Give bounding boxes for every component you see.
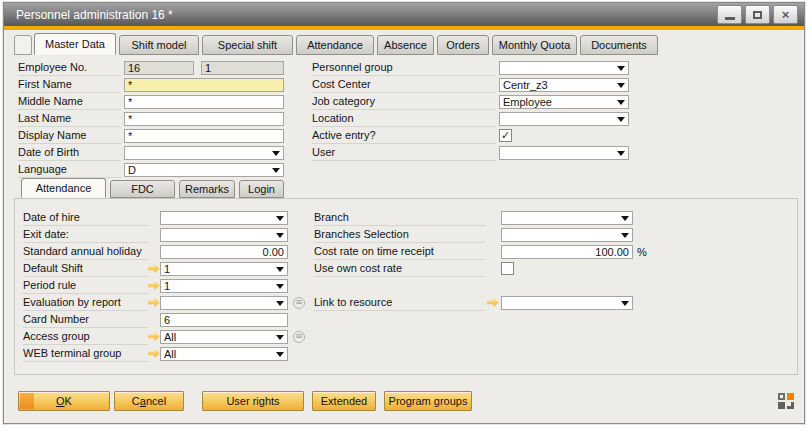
user-rights-button[interactable]: User rights [202, 391, 304, 411]
dropdown-caret-icon[interactable] [276, 352, 284, 357]
dropdown-caret-icon[interactable] [276, 233, 284, 238]
maximize-button[interactable] [745, 5, 770, 24]
cost-center-combo[interactable]: Centr_z3 [499, 78, 629, 92]
personnel-group-combo[interactable] [499, 61, 629, 75]
tab-absence[interactable]: Absence [377, 35, 434, 55]
field-label: Last Name [18, 111, 121, 127]
web-terminal-group-combo[interactable]: All [160, 347, 288, 361]
dropdown-caret-icon[interactable] [617, 117, 625, 122]
link-arrow-icon[interactable] [148, 349, 160, 359]
dropdown-caret-icon[interactable] [276, 267, 284, 272]
subtab-remarks[interactable]: Remarks [179, 180, 235, 198]
link-arrow-icon[interactable] [148, 264, 160, 274]
subtab-fdc[interactable]: FDC [110, 180, 175, 198]
exit-date-combo[interactable] [160, 228, 288, 242]
language-combo[interactable]: D [124, 163, 284, 177]
tab-special-shift[interactable]: Special shift [202, 35, 293, 55]
dropdown-caret-icon[interactable] [272, 168, 280, 173]
dropdown-caret-icon[interactable] [276, 301, 284, 306]
field-label: Job category [312, 94, 496, 110]
button-label: User rights [226, 395, 279, 407]
dropdown-caret-icon[interactable] [617, 100, 625, 105]
link-arrow-icon[interactable] [148, 281, 160, 291]
form-row: Display Name * [18, 127, 298, 144]
dropdown-caret-icon[interactable] [621, 301, 629, 306]
branch-combo[interactable] [501, 211, 633, 225]
tab-orders[interactable]: Orders [437, 35, 489, 55]
field-label: Period rule [23, 278, 148, 294]
attendance-right-column: Branch Branches Selection Cost rate on t… [314, 209, 674, 311]
program-groups-button[interactable]: Program groups [384, 391, 472, 411]
arrow-slot [148, 281, 160, 291]
link-arrow-icon[interactable] [487, 298, 499, 308]
tab-attendance[interactable]: Attendance [296, 35, 374, 55]
cancel-button[interactable]: Cancel [114, 391, 184, 411]
selection-list-icon[interactable]: ≡ [293, 331, 305, 343]
subtab-attendance[interactable]: Attendance [21, 178, 106, 198]
tab-label: Absence [384, 39, 427, 51]
access-group-combo[interactable]: All [160, 330, 288, 344]
dropdown-caret-icon[interactable] [621, 216, 629, 221]
resize-grip-icon[interactable] [778, 393, 794, 409]
link-arrow-icon[interactable] [148, 332, 160, 342]
form-row: Exit date: [23, 226, 313, 243]
field-label: Cost Center [312, 77, 496, 93]
title-bar[interactable]: Personnel administration 16 * × [4, 3, 804, 26]
tab-master-data[interactable]: Master Data [34, 33, 116, 55]
field-label: Middle Name [18, 94, 121, 110]
form-row: Active entry? ✓ [312, 127, 642, 144]
tab-monthly-quota[interactable]: Monthly Quota [492, 35, 577, 55]
link-to-resource-combo[interactable] [501, 296, 633, 310]
form-row: Use own cost rate [314, 260, 674, 277]
dropdown-caret-icon[interactable] [276, 335, 284, 340]
dropdown-caret-icon[interactable] [272, 151, 280, 156]
tab-documents[interactable]: Documents [580, 35, 658, 55]
dropdown-caret-icon[interactable] [617, 151, 625, 156]
dropdown-caret-icon[interactable] [617, 83, 625, 88]
cost-rate-input[interactable]: 100.00 [501, 245, 633, 259]
date-of-birth-combo[interactable] [124, 146, 284, 160]
ok-button[interactable]: OK [18, 391, 110, 411]
window-title: Personnel administration 16 * [16, 8, 714, 22]
form-row: Access group All ≡ [23, 328, 313, 345]
use-own-cost-rate-checkbox[interactable] [501, 262, 514, 275]
active-entry-checkbox[interactable]: ✓ [499, 129, 512, 142]
link-arrow-icon[interactable] [148, 298, 160, 308]
extended-button[interactable]: Extended [312, 391, 376, 411]
default-shift-combo[interactable]: 1 [160, 262, 288, 276]
close-button[interactable]: × [773, 5, 798, 24]
field-label: Standard annual holiday [23, 244, 148, 260]
dropdown-caret-icon[interactable] [276, 216, 284, 221]
form-row: Date of Birth [18, 144, 298, 161]
card-number-input[interactable]: 6 [160, 313, 288, 327]
footer-button-bar: OK Cancel User rights Extended Program g… [18, 391, 472, 411]
master-right-column: Personnel group Cost Center Centr_z3 Job… [312, 59, 642, 161]
last-name-input[interactable]: * [124, 112, 284, 126]
standard-annual-holiday-input[interactable]: 0.00 [160, 245, 288, 259]
arrow-slot [148, 349, 160, 359]
date-of-hire-combo[interactable] [160, 211, 288, 225]
attendance-panel: Date of hire Exit date: Standard annual … [14, 198, 798, 375]
grip-square-dark [778, 402, 785, 409]
user-combo[interactable] [499, 146, 629, 160]
grip-square-bracket [787, 402, 794, 409]
display-name-input[interactable]: * [124, 129, 284, 143]
minimize-button[interactable] [717, 5, 742, 24]
field-label: Location [312, 111, 496, 127]
first-name-input[interactable]: * [124, 78, 284, 92]
period-rule-combo[interactable]: 1 [160, 279, 288, 293]
dropdown-caret-icon[interactable] [617, 66, 625, 71]
selection-list-icon[interactable]: ≡ [293, 297, 305, 309]
branches-selection-combo[interactable] [501, 228, 633, 242]
button-label: Extended [321, 395, 367, 407]
dropdown-caret-icon[interactable] [621, 233, 629, 238]
form-row: Default Shift 1 [23, 260, 313, 277]
middle-name-input[interactable]: * [124, 95, 284, 109]
evaluation-by-report-combo[interactable] [160, 296, 288, 310]
job-category-combo[interactable]: Employee [499, 95, 629, 109]
tab-shift-model[interactable]: Shift model [119, 35, 199, 55]
subtab-login[interactable]: Login [239, 180, 284, 198]
location-combo[interactable] [499, 112, 629, 126]
percent-suffix: % [637, 246, 647, 258]
dropdown-caret-icon[interactable] [276, 284, 284, 289]
